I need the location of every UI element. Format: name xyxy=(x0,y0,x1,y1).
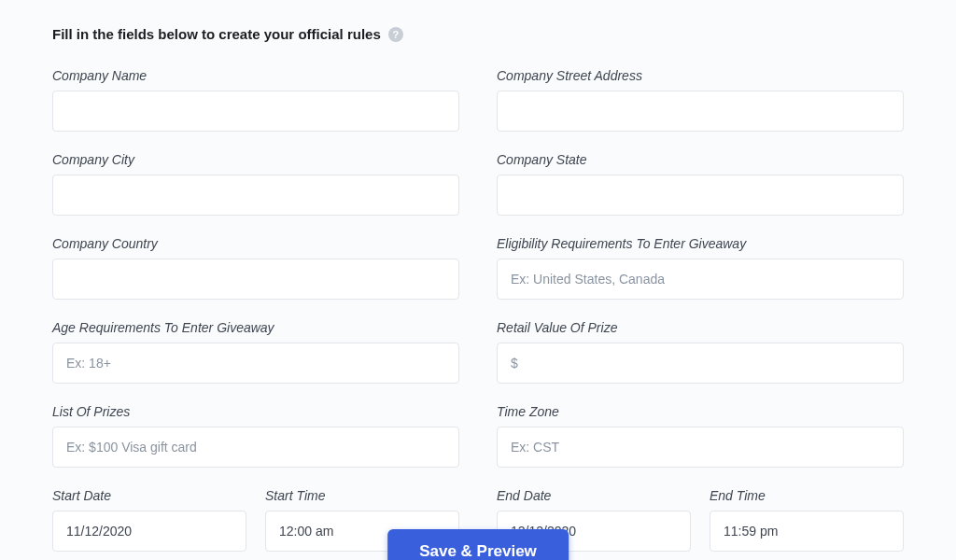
company-city-input[interactable] xyxy=(52,175,459,216)
page-title: Fill in the fields below to create your … xyxy=(52,26,381,42)
timezone-label: Time Zone xyxy=(497,404,904,419)
prizes-input[interactable] xyxy=(52,427,459,468)
company-country-label: Company Country xyxy=(52,236,459,251)
end-date-label: End Date xyxy=(497,488,691,503)
age-req-input[interactable] xyxy=(52,343,459,384)
company-country-input[interactable] xyxy=(52,259,459,300)
start-time-label: Start Time xyxy=(265,488,459,503)
eligibility-label: Eligibility Requirements To Enter Giveaw… xyxy=(497,236,904,251)
retail-value-input[interactable] xyxy=(497,343,904,384)
company-street-input[interactable] xyxy=(497,91,904,132)
start-date-input[interactable] xyxy=(52,511,246,552)
company-state-label: Company State xyxy=(497,152,904,167)
age-req-label: Age Requirements To Enter Giveaway xyxy=(52,320,459,335)
company-name-input[interactable] xyxy=(52,91,459,132)
company-state-input[interactable] xyxy=(497,175,904,216)
retail-value-label: Retail Value Of Prize xyxy=(497,320,904,335)
end-time-label: End Time xyxy=(710,488,904,503)
start-date-label: Start Date xyxy=(52,488,246,503)
help-icon[interactable]: ? xyxy=(388,27,403,42)
company-city-label: Company City xyxy=(52,152,459,167)
form-header: Fill in the fields below to create your … xyxy=(52,26,904,42)
timezone-input[interactable] xyxy=(497,427,904,468)
prizes-label: List Of Prizes xyxy=(52,404,459,419)
eligibility-input[interactable] xyxy=(497,259,904,300)
form-container: Fill in the fields below to create your … xyxy=(0,0,956,560)
save-preview-button[interactable]: Save & Preview xyxy=(387,529,569,560)
company-name-label: Company Name xyxy=(52,68,459,83)
end-time-input[interactable] xyxy=(710,511,904,552)
company-street-label: Company Street Address xyxy=(497,68,904,83)
